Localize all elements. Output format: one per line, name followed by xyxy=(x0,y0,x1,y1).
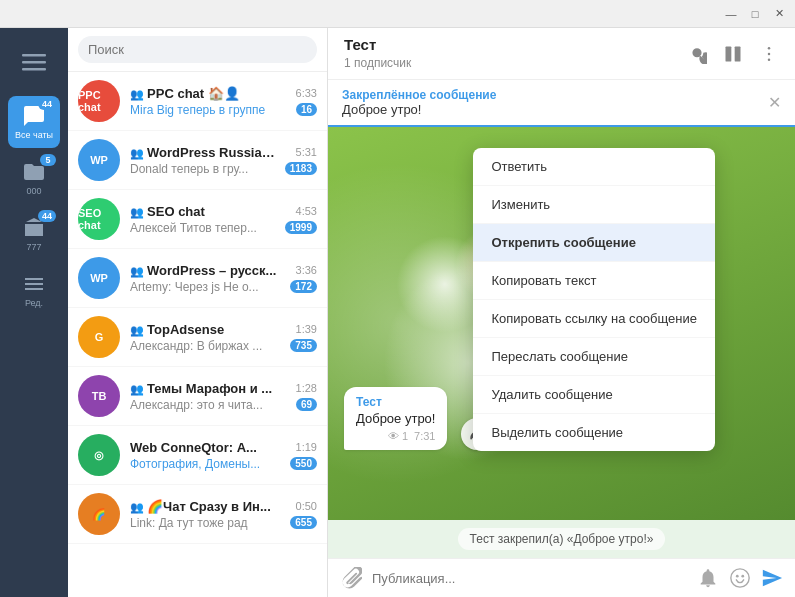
all-chats-badge: 44 xyxy=(38,98,56,110)
chat-item[interactable]: 🌈 👥 🌈Чат Сразу в Ин... 0:50 Link: Да тут… xyxy=(68,485,327,544)
chat-item[interactable]: SEO chat 👥 SEO chat 4:53 Алексей Титов т… xyxy=(68,190,327,249)
chat-time: 4:53 xyxy=(296,205,317,217)
chat-preview: Александр: это я чита... xyxy=(130,398,263,412)
sidebar-item-folder1[interactable]: 5 000 xyxy=(8,152,60,204)
chat-info: 👥 WordPress – русск... 3:36 Artemy: Чере… xyxy=(130,263,317,294)
message-sender: Тест xyxy=(356,395,435,409)
chat-preview: Donald теперь в гру... xyxy=(130,162,248,176)
chat-preview: Link: Да тут тоже рад xyxy=(130,516,248,530)
pinned-message-text: Закреплённое сообщение Доброе утро! xyxy=(342,88,496,117)
attachment-icon[interactable] xyxy=(340,567,362,589)
message-input[interactable] xyxy=(372,571,687,586)
svg-rect-2 xyxy=(22,68,46,71)
svg-rect-4 xyxy=(735,46,741,61)
unread-badge: 1999 xyxy=(285,221,317,234)
message-time: 7:31 xyxy=(414,430,435,442)
chat-info: 👥 🌈Чат Сразу в Ин... 0:50 Link: Да тут т… xyxy=(130,499,317,530)
chat-info: 👥 TopAdsense 1:39 Александр: В биржах ..… xyxy=(130,322,317,353)
context-menu-item-reply[interactable]: Ответить xyxy=(473,148,715,186)
system-message: Тест закрепил(а) «Доброе утро!» xyxy=(458,528,666,550)
search-input[interactable] xyxy=(78,36,317,63)
unread-badge: 69 xyxy=(296,398,317,411)
chat-preview: Mira Big теперь в группе xyxy=(130,103,265,117)
context-menu-item-delete[interactable]: Удалить сообщение xyxy=(473,376,715,414)
pinned-close-button[interactable]: ✕ xyxy=(768,93,781,112)
message-views-icon: 👁 1 xyxy=(388,430,408,442)
system-message-wrap: Тест закрепил(а) «Доброе утро!» xyxy=(328,520,795,558)
chat-name: 👥 WordPress – русск... xyxy=(130,263,276,278)
message-bubble: Тест Доброе утро! 👁 1 7:31 xyxy=(344,387,447,450)
chat-name: Web ConneQtor: А... xyxy=(130,440,257,455)
minimize-button[interactable]: — xyxy=(723,6,739,22)
chat-info: 👥 Темы Марафон и ... 1:28 Александр: это… xyxy=(130,381,317,412)
folder1-badge: 5 xyxy=(40,154,56,166)
avatar: WP xyxy=(78,257,120,299)
chat-name: 👥 SEO chat xyxy=(130,204,205,219)
chat-list: PPC chat 👥 PPC chat 🏠👤 6:33 Mira Big теп… xyxy=(68,72,327,597)
sidebar-item-folder2[interactable]: 44 777 xyxy=(8,208,60,260)
chat-time: 5:31 xyxy=(296,146,317,158)
svg-point-5 xyxy=(768,46,771,49)
app-body: 44 Все чаты 5 000 44 777 Ред. PPC chat 👥… xyxy=(0,28,795,597)
context-menu: ОтветитьИзменитьОткрепить сообщениеКопир… xyxy=(473,148,715,451)
svg-point-8 xyxy=(731,569,749,587)
chat-preview: Фотография, Домены... xyxy=(130,457,260,471)
unread-badge: 1183 xyxy=(285,162,317,175)
folder2-label: 777 xyxy=(26,242,41,252)
chat-name: 👥 WordPress Russian... xyxy=(130,145,280,160)
more-icon[interactable] xyxy=(759,44,779,64)
chat-item[interactable]: ТВ 👥 Темы Марафон и ... 1:28 Александр: … xyxy=(68,367,327,426)
avatar: G xyxy=(78,316,120,358)
chat-main: Тест 1 подписчик Закреплённое сообщение … xyxy=(328,28,795,597)
message-text: Доброе утро! xyxy=(356,411,435,426)
context-menu-item-copy-text[interactable]: Копировать текст xyxy=(473,262,715,300)
svg-point-7 xyxy=(768,58,771,61)
pinned-message: Закреплённое сообщение Доброе утро! ✕ xyxy=(328,80,795,127)
chat-info: 👥 WordPress Russian... 5:31 Donald тепер… xyxy=(130,145,317,176)
message-meta: 👁 1 7:31 xyxy=(356,430,435,442)
unread-badge: 16 xyxy=(296,103,317,116)
chat-header-actions xyxy=(687,44,779,64)
chat-info: Web ConneQtor: А... 1:19 Фотография, Дом… xyxy=(130,440,317,471)
sidebar-menu-button[interactable] xyxy=(8,36,60,88)
emoji-icon[interactable] xyxy=(729,567,751,589)
chat-time: 1:19 xyxy=(296,441,317,453)
svg-point-6 xyxy=(768,52,771,55)
context-menu-item-unpin[interactable]: Открепить сообщение xyxy=(473,224,715,262)
unread-badge: 550 xyxy=(290,457,317,470)
chat-list-panel: PPC chat 👥 PPC chat 🏠👤 6:33 Mira Big теп… xyxy=(68,28,328,597)
svg-point-9 xyxy=(736,575,739,578)
chat-item[interactable]: PPC chat 👥 PPC chat 🏠👤 6:33 Mira Big теп… xyxy=(68,72,327,131)
avatar: 🌈 xyxy=(78,493,120,535)
search-icon[interactable] xyxy=(687,44,707,64)
sidebar: 44 Все чаты 5 000 44 777 Ред. xyxy=(0,28,68,597)
columns-icon[interactable] xyxy=(723,44,743,64)
maximize-button[interactable]: □ xyxy=(747,6,763,22)
chat-header: Тест 1 подписчик xyxy=(328,28,795,80)
chat-time: 1:28 xyxy=(296,382,317,394)
chat-item[interactable]: WP 👥 WordPress Russian... 5:31 Donald те… xyxy=(68,131,327,190)
sidebar-item-all-chats[interactable]: 44 Все чаты xyxy=(8,96,60,148)
chat-preview: Алексей Титов тепер... xyxy=(130,221,257,235)
pinned-title: Закреплённое сообщение xyxy=(342,88,496,102)
send-button[interactable] xyxy=(761,567,783,589)
context-menu-item-forward[interactable]: Переслать сообщение xyxy=(473,338,715,376)
chat-time: 0:50 xyxy=(296,500,317,512)
chat-time: 3:36 xyxy=(296,264,317,276)
avatar: PPC chat xyxy=(78,80,120,122)
pinned-body: Доброе утро! xyxy=(342,102,496,117)
context-menu-item-select[interactable]: Выделить сообщение xyxy=(473,414,715,451)
chat-header-info: Тест 1 подписчик xyxy=(344,36,411,71)
notification-icon[interactable] xyxy=(697,567,719,589)
context-menu-item-copy-link[interactable]: Копировать ссылку на сообщение xyxy=(473,300,715,338)
context-menu-item-edit[interactable]: Изменить xyxy=(473,186,715,224)
close-button[interactable]: ✕ xyxy=(771,6,787,22)
chat-item[interactable]: WP 👥 WordPress – русск... 3:36 Artemy: Ч… xyxy=(68,249,327,308)
chat-item[interactable]: G 👥 TopAdsense 1:39 Александр: В биржах … xyxy=(68,308,327,367)
titlebar: — □ ✕ xyxy=(0,0,795,28)
chat-time: 1:39 xyxy=(296,323,317,335)
chat-item[interactable]: ◎ Web ConneQtor: А... 1:19 Фотография, Д… xyxy=(68,426,327,485)
chat-name: 👥 🌈Чат Сразу в Ин... xyxy=(130,499,271,514)
chat-time: 6:33 xyxy=(296,87,317,99)
sidebar-item-saved[interactable]: Ред. xyxy=(8,264,60,316)
